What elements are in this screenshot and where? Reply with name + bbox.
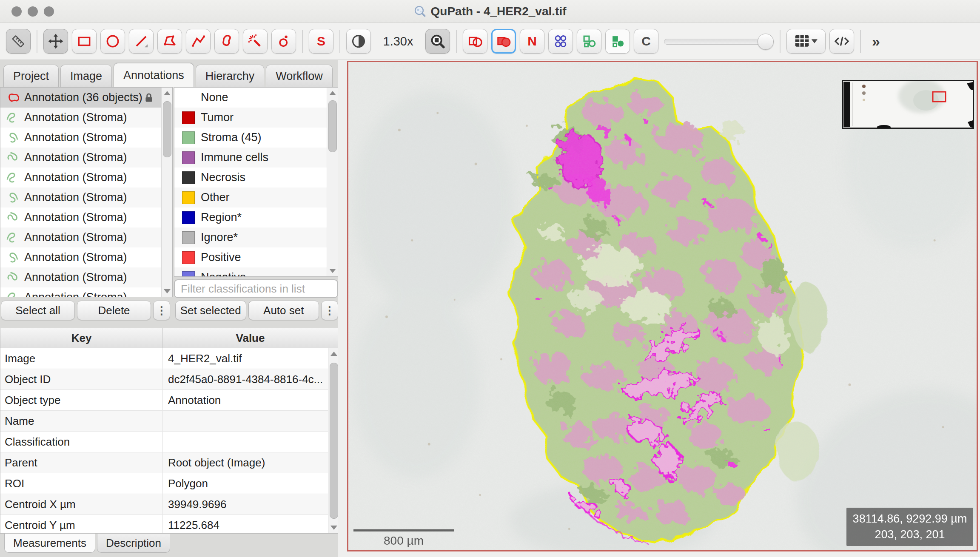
polygon-tool-button[interactable] xyxy=(157,29,182,54)
scroll-up-icon[interactable] xyxy=(164,91,171,95)
classification-label: Tumor xyxy=(201,111,234,124)
annotation-list-item[interactable]: Annotation (Stroma) xyxy=(0,188,161,207)
wand-tool-button[interactable] xyxy=(243,29,268,54)
classification-list-item[interactable]: Positive xyxy=(174,247,327,267)
rectangle-tool-button[interactable] xyxy=(72,29,97,54)
magnification-label[interactable]: 1.30x xyxy=(375,34,422,48)
table-key-cell: Centroid Y µm xyxy=(0,515,163,533)
select-all-button[interactable]: Select all xyxy=(1,301,75,320)
panel-tab[interactable]: Image xyxy=(60,65,112,87)
brush-tool-button[interactable] xyxy=(214,29,239,54)
classification-list-item[interactable]: Other xyxy=(174,188,327,207)
scrollbar-thumb[interactable] xyxy=(328,100,337,152)
classification-list-item[interactable]: Negative xyxy=(174,267,327,276)
table-row[interactable]: ROI Polygon xyxy=(0,473,328,494)
overview-thumbnail[interactable] xyxy=(842,80,974,129)
classification-list-scrollbar[interactable] xyxy=(327,88,338,276)
annotation-list-item[interactable]: Annotation (Stroma) xyxy=(0,267,161,287)
toolbar-overflow-button[interactable]: » xyxy=(869,33,883,50)
classifications-more-button[interactable]: ⋮ xyxy=(321,301,338,320)
table-value-cell: 11225.684 xyxy=(163,515,328,533)
show-names-button[interactable]: N xyxy=(520,29,544,54)
fill-annotations-button[interactable] xyxy=(491,29,516,54)
filter-classifications-input[interactable] xyxy=(174,279,338,298)
classification-list-item[interactable]: Necrosis xyxy=(174,168,327,188)
set-selected-button[interactable]: Set selected xyxy=(175,301,246,320)
left-panel: ProjectImageAnnotationsHierarchyWorkflow… xyxy=(0,60,338,557)
slide-viewer[interactable]: 800 µm 38114.86, 9292.99 µm 203, 203, 20… xyxy=(347,61,978,551)
annotation-label: Annotation (Stroma) xyxy=(24,291,127,297)
table-key-cell: Object ID xyxy=(0,369,163,389)
measurement-tables-button[interactable] xyxy=(786,29,826,54)
auto-set-button[interactable]: Auto set xyxy=(248,301,319,320)
scroll-down-icon[interactable] xyxy=(329,269,336,273)
scroll-down-icon[interactable] xyxy=(330,526,337,530)
scroll-up-icon[interactable] xyxy=(330,352,337,356)
bottom-tab[interactable]: Measurements xyxy=(4,534,95,553)
fill-detections-button[interactable] xyxy=(605,29,630,54)
panel-tab[interactable]: Project xyxy=(3,65,59,87)
classification-list-item[interactable]: None xyxy=(174,88,327,108)
classification-label: Ignore* xyxy=(201,231,238,244)
delete-button[interactable]: Delete xyxy=(77,301,151,320)
bottom-tabs: MeasurementsDescription xyxy=(0,534,338,554)
tma-grid-button[interactable] xyxy=(548,29,573,54)
points-icon xyxy=(276,33,292,49)
annotation-list-item[interactable]: Annotation (Stroma) xyxy=(0,227,161,247)
annotation-list-item[interactable]: Annotation (Stroma) xyxy=(0,247,161,267)
table-value-cell: Polygon xyxy=(163,473,328,494)
table-row[interactable]: Centroid X µm 39949.9696 xyxy=(0,494,328,515)
selection-mode-button[interactable]: S xyxy=(309,29,333,54)
classification-list-item[interactable]: Tumor xyxy=(174,108,327,128)
annotation-list-item[interactable]: Annotation (Stroma) xyxy=(0,207,161,227)
bottom-tab[interactable]: Description xyxy=(97,534,170,553)
wand-icon xyxy=(247,33,263,49)
table-row[interactable]: Image 4_HER2_val.tif xyxy=(0,348,328,369)
annotation-list-item[interactable]: Annotation (Stroma) xyxy=(0,128,161,148)
table-row[interactable]: Object ID dc2f45a0-8891-4384-8816-4c... xyxy=(0,369,328,390)
table-row[interactable]: Name xyxy=(0,411,328,432)
panel-tab[interactable]: Annotations xyxy=(114,63,194,87)
annotation-list-item[interactable]: Annotation (Stroma) xyxy=(0,168,161,188)
measurements-table-scrollbar[interactable] xyxy=(328,348,338,533)
zoom-to-fit-button[interactable] xyxy=(425,29,450,54)
polyline-tool-button[interactable] xyxy=(186,29,211,54)
scroll-up-icon[interactable] xyxy=(329,91,336,95)
scrollbar-thumb[interactable] xyxy=(163,101,171,157)
annotation-shape-icon xyxy=(5,190,20,205)
show-detections-button[interactable] xyxy=(577,29,601,54)
opacity-slider[interactable] xyxy=(662,29,774,54)
toolbar-separator xyxy=(860,30,861,53)
annotation-list-item[interactable]: Annotation (Stroma) xyxy=(0,287,161,297)
annotation-list-item[interactable]: Annotation (Stroma) xyxy=(0,108,161,128)
annotation-list-item[interactable]: Annotation (Stroma) xyxy=(0,148,161,168)
scroll-down-icon[interactable] xyxy=(164,289,171,293)
measure-tool-button[interactable] xyxy=(6,29,31,54)
line-tool-button[interactable] xyxy=(129,29,154,54)
show-annotations-button[interactable] xyxy=(463,29,487,54)
table-row[interactable]: Object type Annotation xyxy=(0,390,328,411)
annotation-list-scrollbar[interactable] xyxy=(161,88,172,297)
ellipse-tool-button[interactable] xyxy=(100,29,125,54)
classification-color-swatch xyxy=(182,211,195,224)
annotation-label: Annotation (Stroma) xyxy=(24,171,127,184)
panel-tab[interactable]: Workflow xyxy=(266,65,333,87)
script-editor-button[interactable] xyxy=(829,29,854,54)
table-row[interactable]: Classification xyxy=(0,432,328,452)
points-tool-button[interactable] xyxy=(271,29,296,54)
classification-list-item[interactable]: Immune cells xyxy=(174,148,327,168)
classification-list-item[interactable]: Stroma (45) xyxy=(174,128,327,148)
opacity-slider-knob[interactable] xyxy=(758,34,774,50)
table-row[interactable]: Centroid Y µm 11225.684 xyxy=(0,515,328,533)
annotation-list-item[interactable]: Annotation (36 objects) xyxy=(0,88,161,108)
panel-tab[interactable]: Hierarchy xyxy=(196,65,265,87)
classification-list-item[interactable]: Region* xyxy=(174,207,327,227)
show-connections-button[interactable]: C xyxy=(634,29,658,54)
move-tool-button[interactable] xyxy=(43,29,68,54)
annotations-more-button[interactable]: ⋮ xyxy=(153,301,170,320)
classification-list-item[interactable]: Ignore* xyxy=(174,227,327,247)
brightness-contrast-button[interactable] xyxy=(346,29,371,54)
table-row[interactable]: Parent Root object (Image) xyxy=(0,452,328,473)
classification-color-swatch xyxy=(182,131,195,144)
scrollbar-thumb[interactable] xyxy=(330,363,338,519)
